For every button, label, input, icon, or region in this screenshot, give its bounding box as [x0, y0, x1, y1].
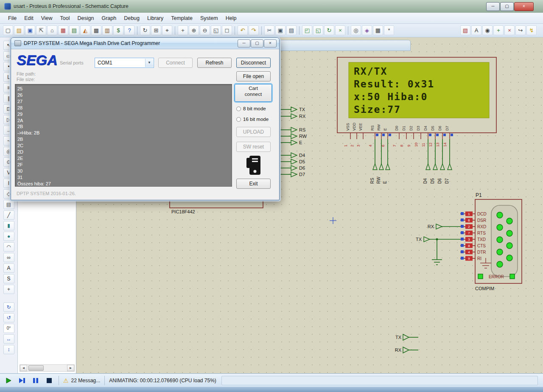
new-project-icon[interactable]: ▢ [3, 25, 13, 35]
upload-button[interactable]: UPLOAD [236, 127, 271, 137]
import-icon[interactable]: ⇱ [36, 25, 46, 35]
home-icon[interactable]: ⌂ [47, 25, 57, 35]
menu-edit[interactable]: Edit [20, 14, 37, 22]
library-browse-icon[interactable]: ▥ [102, 25, 112, 35]
scrollbar-thumb[interactable] [28, 365, 44, 371]
menu-debug[interactable]: Debug [120, 14, 143, 22]
cut-icon[interactable]: ✂ [264, 25, 274, 35]
refresh-button[interactable]: Refresh [197, 58, 232, 68]
menu-design[interactable]: Design [74, 14, 98, 22]
open-project-icon[interactable]: ▨ [14, 25, 24, 35]
help-icon[interactable]: ? [124, 25, 134, 35]
grid-toggle-icon[interactable]: ⊞ [151, 25, 161, 35]
serial-wiring[interactable]: RX TX [416, 224, 460, 265]
close-button[interactable]: × [514, 2, 534, 11]
dialog-minimize-button[interactable]: ─ [238, 39, 250, 48]
rotate-cw-icon[interactable]: ↻ [3, 302, 14, 312]
search-icon[interactable]: ◉ [482, 25, 493, 35]
exit-button[interactable]: Exit [236, 179, 271, 189]
bolt-icon[interactable]: ↯ [526, 25, 537, 35]
programmer-dialog[interactable]: DPTP SYSTEM - SEGA Mega Flash Drive Cart… [11, 37, 280, 200]
angle-field[interactable]: 0° [3, 324, 14, 333]
packaging-icon[interactable]: ▦ [373, 25, 383, 35]
com-port-select[interactable]: COM1 ▼ [95, 58, 154, 68]
stop-button[interactable] [44, 376, 54, 385]
arc-tool-icon[interactable]: ◠ [3, 242, 14, 252]
pick-device-icon[interactable]: ◎ [351, 25, 361, 35]
menu-help[interactable]: Help [222, 14, 241, 22]
play-button[interactable] [3, 376, 14, 385]
menu-graph[interactable]: Graph [98, 14, 120, 22]
add-sheet-icon[interactable]: + [493, 25, 504, 35]
pause-button[interactable] [31, 376, 41, 385]
find-text-icon[interactable]: A [471, 25, 481, 35]
disconnect-button[interactable]: Disconnect [236, 58, 271, 68]
lcd-component[interactable]: RX/TX Result: 0x31 x:50 Hiba:0 Size:77 V… [337, 57, 496, 147]
zoom-all-icon[interactable]: ◻ [222, 25, 232, 35]
sheet-template-icon[interactable]: ▧ [460, 25, 470, 35]
path-tool-icon[interactable]: ∞ [3, 253, 14, 262]
log-output[interactable]: 25262728292A2B->Hiba: 2B2B2C2D2E2F3031Ös… [15, 84, 232, 187]
graphics-edit-icon[interactable]: ▤ [3, 200, 14, 209]
menu-view[interactable]: View [37, 14, 56, 22]
chevron-down-icon[interactable]: ▼ [145, 59, 153, 67]
block-rotate-icon[interactable]: ↻ [324, 25, 334, 35]
radio-8bit-mode[interactable]: 8 bit mode [236, 106, 266, 111]
decompose-icon[interactable]: * [384, 25, 394, 35]
menu-tool[interactable]: Tool [56, 14, 74, 22]
box-tool-icon[interactable]: ▮ [3, 221, 14, 230]
cart-connect-button[interactable]: Cart connect [235, 84, 272, 102]
dialog-close-button[interactable]: × [264, 39, 277, 48]
line-tool-icon[interactable]: ╱ [3, 210, 14, 220]
sw-reset-button[interactable]: SW reset [236, 142, 271, 152]
simulate-icon[interactable]: ◭ [80, 25, 90, 35]
radio-16bit-mode[interactable]: 16 bit mode [236, 117, 269, 122]
mcu-terminals[interactable]: TX RX RS RW E D4 D5 D6 D7 [280, 107, 307, 177]
menu-template[interactable]: Template [167, 14, 196, 22]
block-copy-icon[interactable]: ◰ [302, 25, 312, 35]
connect-button[interactable]: Connect [158, 58, 193, 68]
pcb-layout-icon[interactable]: ▤ [69, 25, 79, 35]
dialog-maximize-button[interactable]: ▢ [251, 39, 263, 48]
zoom-in-icon[interactable]: ⊕ [189, 25, 199, 35]
compim-component[interactable]: P1 [460, 192, 522, 291]
schematic-capture-icon[interactable]: ▦ [58, 25, 68, 35]
dialog-title-bar[interactable]: DPTP SYSTEM - SEGA Mega Flash Drive Cart… [11, 38, 279, 49]
zoom-area-icon[interactable]: ◱ [211, 25, 221, 35]
pan-icon[interactable]: + [178, 25, 188, 35]
symbol-tool-icon[interactable]: S [3, 274, 14, 283]
message-count[interactable]: 22 Messag... [71, 378, 101, 384]
marker-tool-icon[interactable]: + [3, 285, 14, 294]
rotate-ccw-icon[interactable]: ↺ [3, 313, 14, 322]
bom-icon[interactable]: $ [113, 25, 123, 35]
make-device-icon[interactable]: ◈ [362, 25, 372, 35]
maximize-button[interactable]: ▢ [500, 2, 514, 11]
menu-system[interactable]: System [196, 14, 222, 22]
copy-icon[interactable]: ▣ [275, 25, 285, 35]
block-delete-icon[interactable]: × [335, 25, 345, 35]
mirror-v-icon[interactable]: ↕ [3, 345, 14, 354]
minimize-button[interactable]: ─ [486, 2, 500, 11]
mirror-h-icon[interactable]: ↔ [3, 334, 14, 344]
paste-icon[interactable]: ▤ [286, 25, 297, 35]
remove-sheet-icon[interactable]: × [504, 25, 515, 35]
block-move-icon[interactable]: ◱ [313, 25, 323, 35]
goto-sheet-icon[interactable]: ↪ [515, 25, 526, 35]
menu-file[interactable]: File [4, 14, 20, 22]
undo-icon[interactable]: ↶ [238, 25, 248, 35]
scroll-right-icon[interactable]: ► [67, 365, 74, 371]
redraw-icon[interactable]: ↻ [140, 25, 150, 35]
file-open-button[interactable]: File open [236, 71, 271, 81]
bottom-terminals[interactable]: TX RX [395, 334, 418, 353]
redo-icon[interactable]: ↷ [249, 25, 259, 35]
circle-tool-icon[interactable]: ● [3, 232, 14, 241]
zoom-out-icon[interactable]: ⊖ [200, 25, 210, 35]
zoom-chip-icon[interactable]: ▩ [91, 25, 101, 35]
scroll-left-icon[interactable]: ◄ [20, 365, 27, 371]
text-tool-icon[interactable]: A [3, 263, 14, 273]
origin-icon[interactable]: ⌖ [162, 25, 172, 35]
menu-library[interactable]: Library [143, 14, 167, 22]
save-project-icon[interactable]: ▣ [25, 25, 35, 35]
step-button[interactable] [17, 376, 27, 385]
selector-hscrollbar[interactable]: ◄ ► [20, 364, 75, 372]
